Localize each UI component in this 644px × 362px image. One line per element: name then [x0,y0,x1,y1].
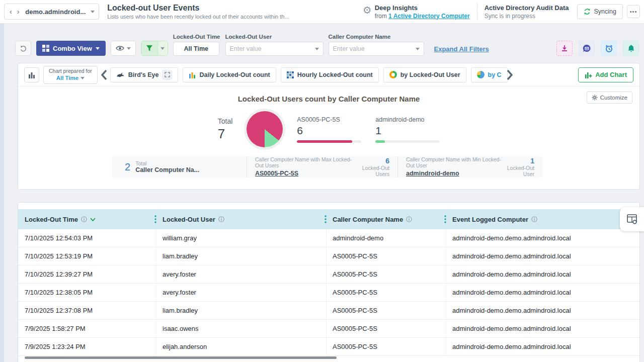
locked-out-user-filter-input[interactable] [230,45,315,52]
add-chart-label: Add Chart [595,71,627,78]
chart-total-block: Total 7 [218,117,233,142]
locked-out-user-filter-label: Locked-Out User [225,34,324,40]
chart-panel: Chart prepared for All Time Bird's Eye [18,63,640,190]
combo-view-button[interactable]: Combo View [36,41,106,56]
chevron-down-icon [127,47,131,50]
cell-locked-out-time: 7/10/2025 12:37:08 PM [25,302,156,319]
cell-caller-computer-name: AS0005-PC-5S [327,302,446,319]
grid-view-icon [42,45,49,52]
chart-type-button[interactable] [24,67,39,82]
expand-all-filters-link[interactable]: Expand All Filters [434,45,489,53]
deep-insights-sub: from 1 Active Directory Computer [375,13,470,20]
pie-chart-icon [477,71,485,78]
locked-out-user-filter-select[interactable] [225,42,324,56]
eye-icon [116,45,124,51]
table-header-row: Locked-Out Time Locked-Out User [18,209,639,229]
page-subtitle: Lists users who have been recently locke… [107,14,289,20]
summary-max-name-link[interactable]: AS0005-PC-5S [255,170,298,177]
tab-label: by Locked-Out User [400,71,460,78]
add-chart-button[interactable]: Add Chart [578,67,633,82]
cell-locked-out-user: william.gray [156,229,327,247]
tab-birds-eye[interactable]: Bird's Eye [110,67,179,82]
cell-caller-computer-name: admindroid-demo [327,229,446,247]
customize-button[interactable]: Customize [587,92,632,104]
sort-descending-icon[interactable] [90,218,96,221]
export-download-button[interactable] [556,41,573,56]
table-row[interactable]: 7/10/2025 12:53:19 PM liam.bradley AS000… [18,247,639,265]
feedback-message-button[interactable] [579,41,595,56]
table-row[interactable]: 7/10/2025 12:37:08 PM liam.bradley AS000… [18,302,639,320]
reset-icon [20,45,27,52]
column-header-locked-out-user[interactable]: Locked-Out User [156,209,327,229]
report-breadcrumb-box: ‹ › demo.admindroid... [4,4,99,20]
cell-event-logged-computer: admindroid-demo.demo.admindroid.local [446,338,639,355]
nav-back-button[interactable]: ‹ [9,4,13,19]
summary-min-name-link[interactable]: admindroid-demo [406,170,459,177]
filter-dropdown-toggle[interactable] [157,41,168,55]
cell-caller-computer-name: AS0005-PC-5S [327,320,446,337]
chart-prepared-for-value: All Time [56,74,79,81]
divider [477,3,477,20]
chart-total-value: 7 [218,126,233,142]
chevron-down-icon [416,48,420,50]
legend-item-min[interactable]: admindroid-demo 1 [375,116,440,143]
heatmap-icon [287,71,294,78]
legend-item-max[interactable]: AS0005-PC-5S 6 [297,116,361,143]
table-row[interactable]: 7/9/2025 1:23:24 PM elijah.anderson AS00… [18,338,639,356]
table-row[interactable]: 7/10/2025 12:38:05 PM avery.foster AS000… [18,284,639,302]
column-chooser-button[interactable] [620,207,644,231]
schedule-alarm-button[interactable] [601,41,617,56]
horizontal-scrollbar-thumb[interactable] [25,356,337,359]
nav-forward-button[interactable]: › [16,4,21,19]
alarm-clock-icon [605,44,613,53]
colored-bar-chart-icon [189,71,196,78]
add-chart-icon [585,71,592,78]
audit-data-title: Active Directory Audit Data [485,4,569,12]
tab-hourly-locked-out-count[interactable]: Hourly Locked-Out count [281,67,379,82]
info-icon [406,216,412,222]
locked-out-time-filter: Locked-Out Time All Time [173,34,220,56]
table-row[interactable]: 7/9/2025 1:58:27 PM isaac.owens AS0005-P… [18,320,639,338]
column-header-event-logged-computer[interactable]: Event Logged Computer [446,209,639,229]
bird-icon [116,71,125,78]
table-row[interactable]: 7/10/2025 12:39:27 PM avery.foster AS000… [18,265,639,284]
cell-locked-out-user: isaac.owens [156,320,327,337]
breadcrumb[interactable]: demo.admindroid... [23,8,88,16]
column-header-caller-computer-name[interactable]: Caller Computer Name [327,209,446,229]
column-header-locked-out-time[interactable]: Locked-Out Time [25,209,156,229]
tabs-scroll-left-button[interactable] [98,69,110,80]
locked-out-time-filter-value[interactable]: All Time [173,42,219,56]
legend-bar [297,140,361,143]
syncing-button[interactable]: Syncing [577,4,623,19]
expand-icon[interactable] [162,70,172,80]
pie-chart-block: Total 7 AS0005-PC-5S 6 admindroid-demo 1 [18,111,639,147]
cell-locked-out-time: 7/10/2025 12:53:19 PM [25,247,156,265]
table-row[interactable]: 7/10/2025 12:54:03 PM william.gray admin… [18,229,639,247]
cell-event-logged-computer: admindroid-demo.demo.admindroid.local [446,265,639,283]
deep-insights-prefix: from [375,13,387,20]
more-options-button[interactable]: ••• [627,5,640,18]
bar-chart-icon [28,71,35,78]
caller-computer-filter-label: Caller Computer Name [329,34,424,40]
alerts-bell-button[interactable] [623,41,639,56]
locked-out-user-filter: Locked-Out User [225,34,324,56]
tab-daily-locked-out-count[interactable]: Daily Locked-Out count [183,67,276,82]
active-directory-computer-link[interactable]: 1 Active Directory Computer [388,13,470,20]
gear-icon [592,95,598,101]
chart-prepared-for-label: Chart prepared for [49,68,92,74]
main-content: Combo View Locked-Out Time All Time [4,24,644,362]
cell-caller-computer-name: AS0005-PC-5S [327,338,446,355]
column-settings-icon [626,214,637,225]
tabs-scroll-right-button[interactable] [504,69,516,80]
filter-button[interactable] [141,41,168,56]
view-visibility-button[interactable] [111,41,136,56]
tab-by-caller-computer[interactable]: by C [471,67,508,82]
chart-prepared-for-button[interactable]: Chart prepared for All Time [43,66,98,84]
pie-chart[interactable] [247,111,283,147]
tab-by-locked-out-user[interactable]: by Locked-Out User [383,67,466,82]
caller-computer-filter-input[interactable] [333,45,416,52]
cell-locked-out-user: avery.foster [156,265,327,283]
reset-view-button[interactable] [15,41,31,56]
caller-computer-filter-select[interactable] [329,42,424,56]
horizontal-scrollbar-track[interactable] [25,356,633,359]
